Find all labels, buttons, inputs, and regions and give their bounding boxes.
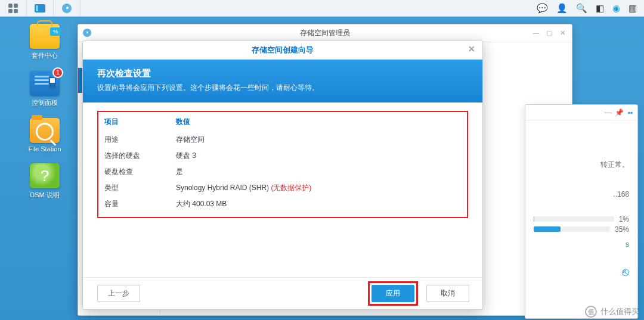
user-icon[interactable]: 👤 [556,3,568,14]
desktop-icon-package-center[interactable]: % 套件中心 [18,24,72,60]
folder-icon [30,118,60,143]
modal-titlebar[interactable]: 存储空间创建向导 ✕ [83,41,482,60]
search-icon[interactable]: 🔍 [576,3,587,14]
chat-icon[interactable]: 💬 [537,3,548,14]
table-row: 类型 Synology Hybrid RAID (SHR) (无数据保护) [102,180,463,196]
pin-icon[interactable]: 📌 [615,108,624,117]
taskbar: 💬 👤 🔍 ◧ ◉ ▥ [0,0,644,17]
widgets-icon[interactable]: ◧ [596,3,604,14]
apply-button-highlight: 应用 [368,281,418,306]
desktop-icon-dsm-help[interactable]: ? DSM 说明 [18,163,72,200]
table-row: 硬盘检查是 [102,164,463,180]
desktop-label: 套件中心 [32,51,58,60]
back-button[interactable]: 上一步 [97,285,140,302]
modal-title: 存储空间创建向导 [252,45,314,55]
window-titlebar[interactable]: 存储空间管理员 — ▢ ✕ [78,24,572,42]
taskbar-app-button-1[interactable] [27,0,54,16]
wizard-banner: 再次检查设置 设置向导将会应用下列设置。这个步骤将会花一些时间，请耐心等待。 [83,60,482,102]
minimize-button[interactable]: — [530,24,542,41]
taskbar-app-button-2[interactable] [54,0,80,16]
decor-icon: ⎋ [534,265,629,279]
table-row: 容量大约 400.03 MB [102,196,463,212]
taskbar-apps-button[interactable] [0,0,27,16]
desktop-icon-control-panel[interactable]: 1 控制面板 [18,71,72,107]
status-icon[interactable]: ◉ [612,3,620,14]
s-label: s [534,240,629,248]
pane-icon[interactable]: ▥ [628,3,637,14]
watermark: 值 什么值得买 [585,306,639,318]
bag-icon: % [30,24,60,49]
desktop-label: DSM 说明 [30,191,60,200]
window-title: 存储空间管理员 [300,28,350,38]
desktop-icon-file-station[interactable]: File Station [18,118,72,153]
panel-icon: 1 [30,71,60,96]
help-icon: ? [30,163,60,188]
close-button[interactable]: ✕ [556,24,568,41]
overview-window: — 📌 ▪▪ 转正常。 ..168 1% 35% s ⎋ [525,104,638,319]
wizard-subheading: 设置向导将会应用下列设置。这个步骤将会花一些时间，请耐心等待。 [97,83,468,93]
warn-text: (无数据保护) [271,184,311,192]
badge: 1 [52,67,63,78]
col-attr: 项目 [102,113,174,132]
watermark-icon: 值 [585,306,597,318]
maximize-button[interactable]: ▢ [543,24,555,41]
minimize-button[interactable]: — [604,108,611,117]
status-text: 转正常。 [534,160,629,170]
desktop-label: 控制面板 [32,98,58,107]
desktop-label: File Station [28,145,61,153]
expand-icon[interactable]: ▪▪ [627,108,633,117]
col-value: 数值 [174,113,463,132]
wizard-heading: 再次检查设置 [97,68,468,79]
volume-create-wizard: 存储空间创建向导 ✕ 再次检查设置 设置向导将会应用下列设置。这个步骤将会花一些… [82,41,483,310]
wizard-summary-highlight: 项目 数值 用途存储空间 选择的硬盘硬盘 3 硬盘检查是 类型 Synology… [97,111,468,218]
desktop: % 套件中心 1 控制面板 File Station ? DSM 说明 [18,24,72,200]
bar-percent: 35% [615,225,629,234]
wizard-summary-table: 项目 数值 用途存储空间 选择的硬盘硬盘 3 硬盘检查是 类型 Synology… [102,113,463,212]
table-row: 用途存储空间 [102,132,463,148]
apply-button[interactable]: 应用 [371,285,414,302]
table-row: 选择的硬盘硬盘 3 [102,148,463,164]
ip-text: ..168 [534,190,629,198]
close-icon[interactable]: ✕ [466,44,478,54]
bar-percent: 1% [619,215,629,223]
wizard-footer: 上一步 应用 取消 [83,277,482,309]
cancel-button[interactable]: 取消 [426,285,469,302]
